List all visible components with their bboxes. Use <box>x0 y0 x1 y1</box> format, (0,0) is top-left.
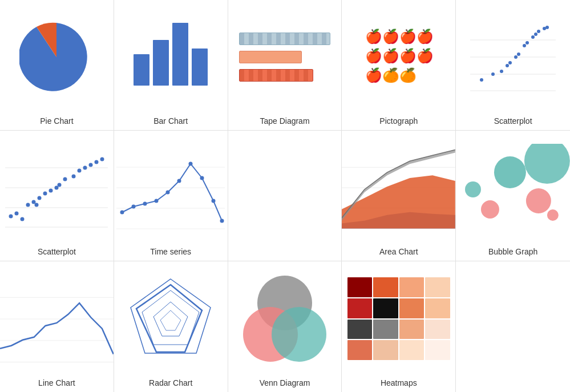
chart-grid: Pie Chart Bar Chart Tape Diagram <box>0 0 570 392</box>
svg-point-26 <box>32 200 36 204</box>
time-series-label: Time series <box>150 247 191 256</box>
svg-point-66 <box>465 181 481 197</box>
svg-point-45 <box>132 204 136 208</box>
bar-2 <box>153 40 169 86</box>
apple-8: 🍎 <box>417 48 432 66</box>
apple-12 <box>417 67 432 86</box>
venn-diagram-area <box>228 261 342 376</box>
bar-3 <box>172 23 188 86</box>
svg-point-63 <box>526 188 551 213</box>
svg-point-13 <box>531 35 535 39</box>
svg-point-37 <box>89 163 93 167</box>
area-chart-cell: Area Chart <box>342 131 456 261</box>
tape-container <box>239 33 330 82</box>
svg-point-6 <box>500 70 503 73</box>
svg-point-30 <box>49 189 53 193</box>
time-series-cell: Time series <box>114 131 228 261</box>
apple-3: 🍎 <box>399 29 415 47</box>
svg-point-15 <box>537 30 540 33</box>
svg-point-7 <box>506 64 509 67</box>
pie-chart-svg <box>19 20 94 94</box>
svg-marker-73 <box>153 302 188 336</box>
bubble-graph-area <box>456 131 570 245</box>
scatterplot-1-area <box>456 0 570 114</box>
hm-3-3 <box>425 340 450 360</box>
bubble-graph-label: Bubble Graph <box>488 247 537 256</box>
hm-2-3 <box>425 320 450 340</box>
hm-2-2 <box>399 320 425 340</box>
radar-chart-label: Radar Chart <box>149 378 192 387</box>
hm-1-2 <box>399 298 425 318</box>
svg-point-44 <box>120 210 124 214</box>
hm-3-0 <box>347 340 373 360</box>
heatmaps-area <box>342 261 455 376</box>
bar-4 <box>192 49 208 86</box>
tape-1 <box>239 33 330 45</box>
empty-cell <box>228 131 342 261</box>
svg-point-39 <box>100 157 104 161</box>
pie-chart-cell: Pie Chart <box>0 0 114 131</box>
venn-diagram-svg <box>231 272 339 366</box>
svg-point-64 <box>481 200 499 218</box>
heatmaps-label: Heatmaps <box>381 378 417 387</box>
hm-1-0 <box>347 298 373 318</box>
svg-point-61 <box>524 144 570 184</box>
scatterplot-2-area <box>0 131 114 245</box>
hm-3-2 <box>399 340 425 360</box>
svg-point-25 <box>26 203 30 207</box>
svg-point-65 <box>547 209 559 220</box>
svg-point-78 <box>272 307 326 362</box>
venn-diagram-cell: Venn Diagram <box>228 261 342 392</box>
hm-1-1 <box>373 298 398 318</box>
hm-1-3 <box>425 298 450 318</box>
scatterplot-1-svg <box>470 23 556 91</box>
svg-point-27 <box>35 203 39 207</box>
radar-chart-svg <box>119 273 222 365</box>
hm-3-1 <box>373 340 398 360</box>
apple-7: 🍎 <box>399 48 415 66</box>
svg-point-35 <box>78 169 82 173</box>
apple-1: 🍎 <box>365 29 381 47</box>
svg-point-28 <box>38 196 42 200</box>
svg-point-32 <box>58 183 62 187</box>
apple-9: 🍎 <box>365 67 381 86</box>
area-chart-label: Area Chart <box>379 247 418 256</box>
svg-point-31 <box>55 186 59 190</box>
pictograph-cell: 🍎 🍎 🍎 🍎 🍎 🍎 🍎 🍎 🍎 🍊 🍊 Pictograph <box>342 0 456 131</box>
svg-point-34 <box>72 175 76 179</box>
line-chart-area <box>0 261 114 376</box>
svg-point-10 <box>517 52 520 56</box>
svg-point-62 <box>494 156 526 188</box>
svg-point-49 <box>177 179 181 183</box>
scatterplot-1-label: Scatterplot <box>494 116 532 126</box>
empty-area <box>228 131 342 245</box>
pictograph-area: 🍎 🍎 🍎 🍎 🍎 🍎 🍎 🍎 🍎 🍊 🍊 <box>342 0 455 114</box>
time-series-area <box>114 131 228 245</box>
tape-2 <box>239 51 302 63</box>
venn-diagram-label: Venn Diagram <box>260 378 310 387</box>
line-chart-svg <box>0 274 114 363</box>
scatterplot-2-cell: Scatterplot <box>0 131 114 261</box>
svg-point-5 <box>491 72 495 76</box>
pie-chart-area <box>0 0 114 114</box>
bar-chart-bars <box>134 26 208 88</box>
tape-diagram-cell: Tape Diagram <box>228 0 342 131</box>
tape-diagram-area <box>228 0 342 114</box>
scatterplot-2-label: Scatterplot <box>38 247 76 256</box>
bubble-graph-cell: Bubble Graph <box>456 131 570 261</box>
svg-point-24 <box>21 217 25 221</box>
svg-point-9 <box>514 55 518 59</box>
svg-point-29 <box>43 192 47 196</box>
heatmap-grid <box>347 277 450 360</box>
hm-0-0 <box>347 277 373 297</box>
bar-chart-cell: Bar Chart <box>114 0 228 131</box>
time-series-svg <box>116 147 225 229</box>
svg-marker-74 <box>160 310 181 330</box>
svg-point-47 <box>155 199 159 203</box>
pie-chart-label: Pie Chart <box>40 116 73 126</box>
tape-3 <box>239 69 313 82</box>
scatterplot-1-cell: Scatterplot <box>456 0 570 131</box>
svg-point-11 <box>523 44 526 47</box>
svg-point-36 <box>83 166 87 170</box>
svg-point-4 <box>480 78 483 82</box>
